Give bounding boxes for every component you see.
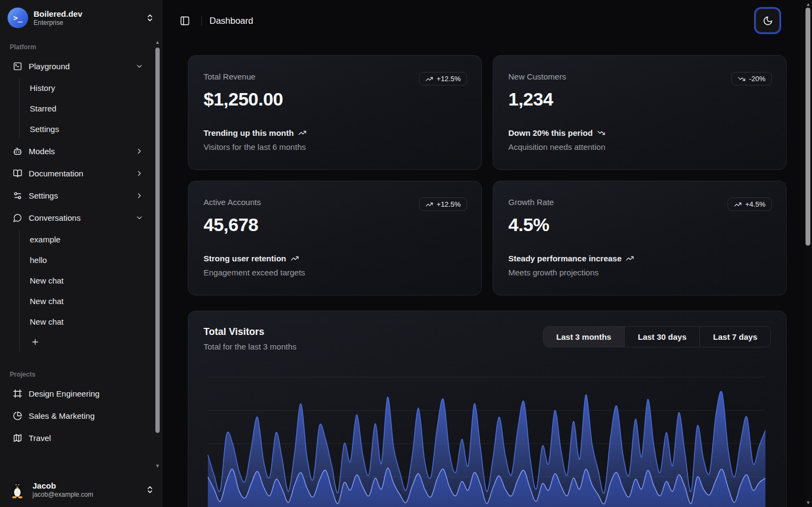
stat-subnote: Visitors for the last 6 months xyxy=(204,142,466,152)
trending-up-icon xyxy=(425,75,433,83)
sidebar-item-design-engineering[interactable]: Design Engineering xyxy=(9,384,148,403)
stat-value: 4.5% xyxy=(508,214,771,235)
stat-subnote: Acquisition needs attention xyxy=(508,142,771,152)
trending-up-icon xyxy=(734,201,742,208)
sidebar-item-history[interactable]: History xyxy=(25,78,148,97)
trending-up-icon xyxy=(298,129,306,137)
sidebar-item-sales-marketing[interactable]: Sales & Marketing xyxy=(9,406,148,425)
sidebar-scrollbar-thumb[interactable] xyxy=(155,48,160,433)
pie-chart-icon xyxy=(13,411,22,420)
chevron-right-icon xyxy=(135,192,143,200)
trending-down-icon xyxy=(738,75,745,83)
sidebar-item-conversations[interactable]: Conversations xyxy=(9,208,148,227)
stat-card-active-accounts: Active Accounts +12.5% 45,678 Strong use… xyxy=(188,181,482,295)
brand-name: Boilered.dev xyxy=(34,9,140,18)
sidebar-item-conversation[interactable]: New chat xyxy=(25,292,148,310)
avatar xyxy=(8,480,27,499)
panel-left-icon xyxy=(180,16,190,26)
header-separator xyxy=(201,16,202,25)
scroll-down-arrow[interactable]: ▼ xyxy=(154,463,161,469)
moon-icon xyxy=(763,16,773,26)
sidebar: >_ Boilered.dev Enterprise Platform Play… xyxy=(0,0,162,507)
stat-footnote: Strong user retention xyxy=(204,254,286,263)
chevrons-up-down-icon xyxy=(146,485,154,494)
sidebar-item-conversation[interactable]: New chat xyxy=(25,312,148,331)
sidebar-item-conversation[interactable]: hello xyxy=(25,251,148,269)
stat-card-growth-rate: Growth Rate +4.5% 4.5% Steady performanc… xyxy=(493,181,787,295)
scroll-up-arrow[interactable]: ▲ xyxy=(154,39,161,45)
playground-submenu: History Starred Settings xyxy=(19,78,148,138)
stat-card-new-customers: New Customers -20% 1,234 Down 20% this p… xyxy=(493,55,787,170)
sidebar-item-models[interactable]: Models xyxy=(9,141,148,161)
sidebar-scroll-area: Platform Playground History Starred Sett… xyxy=(0,34,162,475)
stat-footnote: Trending up this month xyxy=(204,128,294,137)
sidebar-item-playground[interactable]: Playground xyxy=(9,56,148,76)
scroll-down-arrow[interactable]: ▼ xyxy=(804,499,812,506)
area-chart-svg xyxy=(204,363,765,507)
tab-last-7-days[interactable]: Last 7 days xyxy=(699,327,770,347)
visitors-area-chart xyxy=(204,363,771,507)
stat-footnote: Steady performance increase xyxy=(508,254,621,263)
chart-title: Total Visitors xyxy=(204,326,297,338)
chart-areas xyxy=(208,391,765,507)
new-conversation-button[interactable] xyxy=(25,333,148,351)
square-terminal-icon xyxy=(13,62,22,71)
scroll-up-arrow[interactable]: ▲ xyxy=(804,1,812,8)
frame-icon xyxy=(13,389,22,398)
chevron-right-icon xyxy=(135,169,143,177)
page-scrollbar[interactable]: ▲ ▼ xyxy=(804,0,812,507)
dashboard-content: Total Revenue +12.5% $1,250.00 Trending … xyxy=(162,41,812,507)
book-open-icon xyxy=(13,169,22,178)
sidebar-item-travel[interactable]: Travel xyxy=(9,428,148,447)
team-switcher[interactable]: >_ Boilered.dev Enterprise xyxy=(0,0,162,34)
trend-badge: -20% xyxy=(731,72,772,85)
stat-card-grid: Total Revenue +12.5% $1,250.00 Trending … xyxy=(188,55,787,295)
stat-value: $1,250.00 xyxy=(204,89,466,110)
sidebar-item-settings[interactable]: Settings xyxy=(9,186,148,205)
sidebar-item-documentation[interactable]: Documentation xyxy=(9,163,148,183)
sidebar-item-conversation[interactable]: example xyxy=(25,230,148,248)
settings-icon xyxy=(13,191,22,200)
theme-toggle-button[interactable] xyxy=(756,9,780,32)
total-visitors-card: Total Visitors Total for the last 3 mont… xyxy=(188,311,787,507)
sidebar-toggle-button[interactable] xyxy=(175,11,194,30)
user-menu[interactable]: Jacob jacob@example.com xyxy=(0,475,162,507)
trending-down-icon xyxy=(597,129,605,137)
stat-value: 45,678 xyxy=(204,214,466,235)
tab-last-3-months[interactable]: Last 3 months xyxy=(543,327,625,347)
topbar: Dashboard xyxy=(162,0,812,41)
user-name: Jacob xyxy=(32,481,140,490)
trending-up-icon xyxy=(425,201,433,208)
trending-up-icon xyxy=(626,254,634,262)
trend-badge: +12.5% xyxy=(419,197,467,211)
sidebar-item-starred[interactable]: Starred xyxy=(25,99,148,117)
chevrons-up-down-icon xyxy=(146,14,154,22)
message-circle-icon xyxy=(13,213,22,222)
chart-subtitle: Total for the last 3 months xyxy=(204,342,297,351)
user-email: jacob@example.com xyxy=(32,491,140,498)
section-label-projects: Projects xyxy=(9,368,148,384)
sidebar-item-settings-sub[interactable]: Settings xyxy=(25,120,148,138)
trend-badge: +12.5% xyxy=(419,72,467,85)
app-root: >_ Boilered.dev Enterprise Platform Play… xyxy=(0,0,812,507)
sidebar-item-conversation[interactable]: New chat xyxy=(25,271,148,289)
chevron-down-icon xyxy=(135,214,143,222)
trending-up-icon xyxy=(291,254,299,262)
bot-icon xyxy=(13,147,22,156)
stat-footnote: Down 20% this period xyxy=(508,128,593,137)
chevron-right-icon xyxy=(135,147,143,155)
tab-last-30-days[interactable]: Last 30 days xyxy=(624,327,699,347)
main-area: Dashboard Total Revenue +12.5% $1,250. xyxy=(162,0,812,507)
section-label-platform: Platform xyxy=(9,41,148,56)
sidebar-scrollbar[interactable]: ▲ ▼ xyxy=(154,39,161,469)
stat-card-total-revenue: Total Revenue +12.5% $1,250.00 Trending … xyxy=(188,55,482,170)
range-tab-group: Last 3 months Last 30 days Last 7 days xyxy=(543,326,771,347)
plus-icon xyxy=(31,338,40,346)
page-scrollbar-thumb[interactable] xyxy=(806,8,810,246)
stat-value: 1,234 xyxy=(508,89,771,110)
chevron-down-icon xyxy=(135,62,143,70)
map-icon xyxy=(13,433,22,443)
brand-plan: Enterprise xyxy=(34,19,140,27)
page-title: Dashboard xyxy=(209,16,253,26)
trend-badge: +4.5% xyxy=(728,197,772,211)
